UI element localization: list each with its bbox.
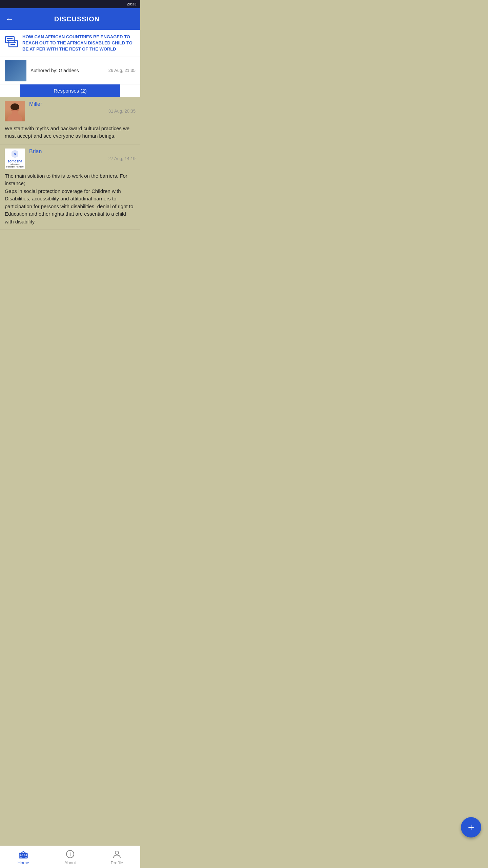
author-name: Authored by: Gladdess <box>30 68 79 73</box>
responses-label: Responses (2) <box>54 88 87 94</box>
topic-title: HOW CAN AFRICAN COUNTRIES BE ENGAGED TO … <box>22 34 136 53</box>
svg-rect-0 <box>5 37 14 43</box>
svg-point-24 <box>115 851 119 854</box>
svg-point-9 <box>11 103 19 110</box>
topic-card: HOW CAN AFRICAN COUNTRIES BE ENGAGED TO … <box>0 30 140 57</box>
topic-text: HOW CAN AFRICAN COUNTRIES BE ENGAGED TO … <box>22 34 136 53</box>
nav-profile[interactable]: Profile <box>94 846 140 868</box>
svg-rect-20 <box>24 856 27 857</box>
info-icon: i <box>65 849 75 859</box>
svg-text:i: i <box>69 851 71 857</box>
response-text-brian: The main solution to this is to work on … <box>5 172 136 226</box>
svg-rect-21 <box>20 853 27 854</box>
status-bar: 20:33 <box>0 0 140 8</box>
svg-point-17 <box>23 854 24 856</box>
response-header-brian: s somesha educate · connect · share Bria… <box>5 149 136 169</box>
header: ← DISCUSSION <box>0 8 140 30</box>
nav-about-label: About <box>64 860 76 865</box>
bottom-nav: Home i About Profile <box>0 846 140 868</box>
svg-rect-3 <box>9 41 18 47</box>
response-meta-miller: Miller 31 Aug, 20:35 <box>29 101 136 114</box>
username-brian: Brian <box>29 149 136 155</box>
svg-text:s: s <box>14 152 16 156</box>
date-miller: 31 Aug, 20:35 <box>29 108 136 114</box>
avatar-miller <box>5 101 25 121</box>
topic-date: 26 Aug, 21:35 <box>108 68 136 73</box>
page-title: DISCUSSION <box>19 15 135 23</box>
response-card-miller: Miller 31 Aug, 20:35 We start with myths… <box>0 97 140 144</box>
discussion-icon <box>5 35 18 49</box>
status-time: 20:33 <box>127 2 136 6</box>
response-meta-brian: Brian 27 Aug, 14:19 <box>29 149 136 161</box>
username-miller: Miller <box>29 101 136 107</box>
response-card-brian: s somesha educate · connect · share Bria… <box>0 144 140 230</box>
nav-home-label: Home <box>18 860 29 865</box>
date-brian: 27 Aug, 14:19 <box>29 156 136 161</box>
empty-area <box>0 230 140 841</box>
svg-point-16 <box>21 854 22 856</box>
response-text-miller: We start with myths and backward cultura… <box>5 125 136 140</box>
home-icon <box>19 849 28 859</box>
svg-rect-8 <box>12 111 18 117</box>
svg-point-18 <box>25 854 26 856</box>
nav-home[interactable]: Home <box>0 846 47 868</box>
topic-image <box>5 60 26 81</box>
nav-about[interactable]: i About <box>47 846 94 868</box>
svg-rect-19 <box>20 856 23 857</box>
nav-profile-label: Profile <box>111 860 123 865</box>
avatar-brian: s somesha educate · connect · share <box>5 149 25 169</box>
profile-icon <box>112 849 122 859</box>
response-header-miller: Miller 31 Aug, 20:35 <box>5 101 136 121</box>
responses-tab[interactable]: Responses (2) <box>0 84 140 97</box>
back-button[interactable]: ← <box>5 14 14 24</box>
author-row: Authored by: Gladdess 26 Aug, 21:35 <box>0 57 140 84</box>
